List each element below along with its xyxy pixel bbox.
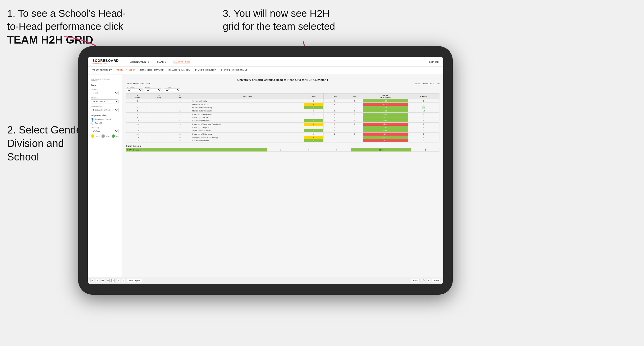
cell-win: 1 bbox=[304, 126, 323, 129]
cell-rounds: 3 bbox=[408, 113, 439, 116]
cell-rounds: 9 bbox=[408, 99, 439, 103]
gender-select[interactable]: Men's bbox=[91, 91, 118, 95]
cell-rank: 14 bbox=[126, 133, 149, 136]
subnav-player-summary[interactable]: PLAYER SUMMARY bbox=[168, 68, 190, 73]
cell-opponent: Auburn University bbox=[191, 99, 304, 103]
crop-icon[interactable]: ⊞ bbox=[106, 279, 110, 282]
comment-icon[interactable]: 💬 bbox=[422, 279, 425, 282]
annotation-3-line2: grid for the team selected bbox=[223, 21, 335, 32]
cell-rounds: 8 bbox=[408, 119, 439, 123]
cell-conf: 3 bbox=[169, 139, 191, 143]
cell-opponent: University of Alabama bbox=[191, 119, 304, 123]
cell-conf: 1 bbox=[169, 99, 191, 103]
annotation-1-line2: to-Head performance click bbox=[7, 21, 123, 32]
subnav-player-h2h-grid[interactable]: PLAYER H2H GRID bbox=[195, 68, 216, 73]
cell-rank: 8 bbox=[126, 113, 149, 116]
sidebar: Last Updated: 27/03/202416:55:38 Team Ge… bbox=[88, 75, 122, 277]
division-select[interactable]: NCAA Division I bbox=[91, 99, 118, 103]
nav-tournaments[interactable]: TOURNAMENTS bbox=[128, 60, 150, 63]
cell-tie: 0 bbox=[346, 119, 363, 123]
cell-conf: 3 bbox=[169, 116, 191, 119]
cell-conf: 2 bbox=[169, 103, 191, 106]
timestamp: Last Updated: 27/03/202416:55:38 bbox=[91, 78, 118, 82]
view-original-button[interactable]: View: Original bbox=[127, 279, 142, 282]
grid-records: Overall Record: 89 - 17 - 0 Division Rec… bbox=[126, 82, 440, 85]
cell-tie: 0 bbox=[346, 139, 363, 143]
filter-opponent-select[interactable]: (All) bbox=[164, 88, 180, 92]
cell-tie: 0 bbox=[346, 133, 363, 136]
colour-by-select[interactable]: Win/loss bbox=[91, 129, 118, 133]
cell-reg bbox=[149, 99, 169, 103]
cell-loss: 0 bbox=[324, 126, 346, 129]
cell-opponent: Arizona State University bbox=[191, 106, 304, 109]
subnav-player-h2h-heatmap[interactable]: PLAYER H2H HEATMAP bbox=[221, 68, 248, 73]
opponent-view-group: Opponents Played Top 100 bbox=[91, 118, 118, 125]
cell-conf: 4 bbox=[169, 136, 191, 139]
table-row: 15 4 Georgia Institute of Technology 0 5… bbox=[126, 136, 440, 139]
annotation-2-line2: Division and bbox=[7, 138, 64, 149]
share-button[interactable]: Share bbox=[432, 279, 440, 282]
cell-loss: 0 bbox=[324, 129, 346, 133]
cell-rounds: 12 bbox=[408, 109, 439, 113]
filter-region-label: Region bbox=[145, 87, 162, 88]
cell-win: 3 bbox=[304, 119, 323, 123]
cell-win: 0 bbox=[304, 123, 323, 126]
division-label: Division bbox=[91, 97, 118, 99]
cell-reg bbox=[149, 106, 169, 109]
undo-icon[interactable]: ↩ bbox=[90, 279, 94, 282]
subnav-team-summary[interactable]: TEAM SUMMARY bbox=[92, 68, 112, 73]
cell-reg bbox=[149, 109, 169, 113]
out-rounds: 3 bbox=[411, 148, 439, 152]
cell-reg bbox=[149, 133, 169, 136]
radio-opponents-played[interactable]: Opponents Played bbox=[91, 118, 118, 121]
table-row: 8 2 University of Washington 1 0 0 3.67 … bbox=[126, 113, 440, 116]
cell-loss: 2 bbox=[324, 109, 346, 113]
cell-win: 3 bbox=[304, 129, 323, 133]
cell-rank: 2 bbox=[126, 99, 149, 103]
grid-icon[interactable]: ⊞ bbox=[427, 279, 430, 282]
redo-icon[interactable]: ↪ bbox=[96, 279, 99, 282]
cell-diff: -2.29 bbox=[363, 103, 408, 106]
minus-icon[interactable]: − bbox=[116, 279, 120, 282]
nav-teams[interactable]: TEAMS bbox=[157, 60, 166, 63]
cell-rounds: 9 bbox=[408, 133, 439, 136]
clock-icon[interactable]: ⏱ bbox=[122, 279, 125, 282]
nav-committee[interactable]: COMMITTEE bbox=[174, 60, 190, 63]
swatch-up-label: Up bbox=[116, 135, 118, 137]
out-loss: 0 bbox=[295, 148, 323, 152]
cell-diff: 3.67 bbox=[363, 113, 408, 116]
plus-icon[interactable]: + bbox=[112, 279, 115, 282]
cell-rank: 12 bbox=[126, 126, 149, 129]
subnav-team-h2h-grid[interactable]: TEAM H2H GRID bbox=[116, 68, 135, 73]
col-win: Win bbox=[304, 93, 323, 99]
logo-sub: Powered by clippi bbox=[92, 62, 119, 65]
cell-diff: 2.29 bbox=[363, 106, 408, 109]
filter-opponents-select[interactable]: (All) bbox=[126, 88, 142, 92]
cell-diff: 1.67 bbox=[363, 99, 408, 103]
step-icon[interactable]: ⟶ bbox=[101, 279, 104, 282]
cell-diff: 2.61 bbox=[363, 119, 408, 123]
subnav-team-h2h-heatmap[interactable]: TEAM H2H HEATMAP bbox=[140, 68, 164, 73]
cell-win: 1 bbox=[304, 109, 323, 113]
cell-tie: 0 bbox=[346, 123, 363, 126]
cell-reg bbox=[149, 123, 169, 126]
watch-button[interactable]: Watch bbox=[411, 279, 420, 282]
main-content: Last Updated: 27/03/202416:55:38 Team Ge… bbox=[88, 75, 443, 277]
cell-loss: 4 bbox=[324, 103, 346, 106]
table-row: 4 1 Arizona State University 5 1 0 2.29 … bbox=[126, 106, 440, 109]
school-select[interactable]: 1. University of Nort... bbox=[91, 108, 118, 112]
table-header-row: #Rank #Reg #Conf Opponent Win Loss Tie D… bbox=[126, 93, 440, 99]
cell-opponent: Vanderbilt University bbox=[191, 103, 304, 106]
cell-conf: 2 bbox=[169, 113, 191, 116]
tablet-frame: SCOREBOARD Powered by clippi TOURNAMENTS… bbox=[78, 46, 453, 295]
filter-region-select[interactable]: (All) bbox=[145, 88, 162, 92]
cell-rank: 3 bbox=[126, 103, 149, 106]
cell-tie: 0 bbox=[346, 136, 363, 139]
col-reg: #Reg bbox=[149, 93, 169, 99]
radio-top100[interactable]: Top 100 bbox=[91, 121, 118, 125]
filter-opponent-label: Opponent bbox=[164, 87, 180, 88]
out-tie: 0 bbox=[323, 148, 351, 152]
cell-rank: 10 bbox=[126, 119, 149, 123]
cell-reg bbox=[149, 103, 169, 106]
cell-rounds: 9 bbox=[408, 129, 439, 133]
